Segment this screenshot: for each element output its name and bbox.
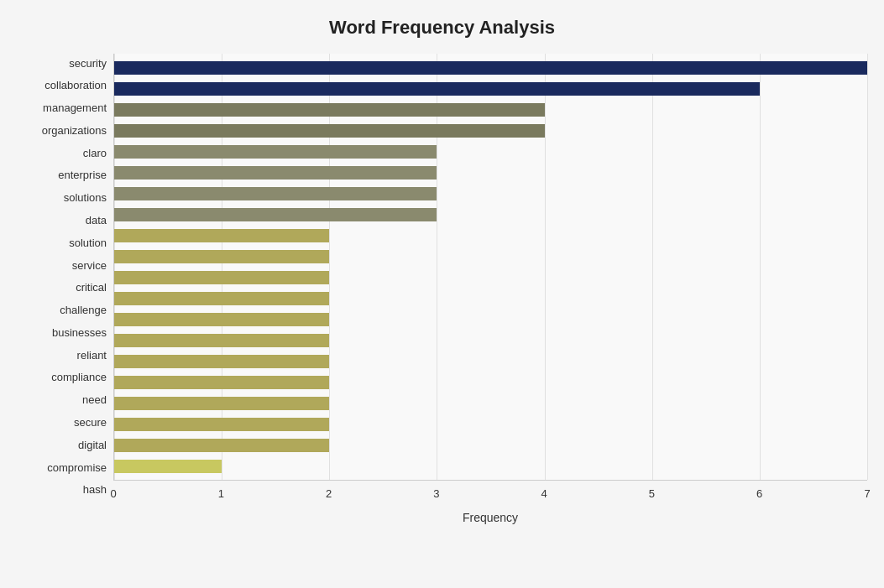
bar: [114, 103, 545, 117]
bar: [114, 376, 329, 389]
bar: [114, 460, 222, 473]
bar: [114, 334, 329, 347]
bar: [114, 82, 760, 96]
x-tick: 0: [110, 487, 116, 500]
y-label: hash: [17, 481, 113, 499]
x-tick: 5: [649, 487, 655, 500]
bar: [114, 313, 329, 326]
bar-row: [114, 99, 867, 120]
chart-container: Word Frequency Analysis securitycollabor…: [0, 0, 884, 588]
y-label: enterprise: [17, 166, 113, 185]
grid-line: [867, 54, 868, 480]
bar-row: [114, 141, 867, 162]
bar-row: [114, 351, 867, 372]
chart-title: Word Frequency Analysis: [17, 17, 867, 39]
y-axis: securitycollaborationmanagementorganizat…: [17, 54, 113, 524]
y-label: compliance: [17, 368, 113, 387]
bar: [114, 61, 867, 75]
y-label: critical: [17, 278, 113, 297]
y-label: organizations: [17, 121, 113, 139]
bar-row: [114, 204, 867, 225]
y-label: data: [17, 211, 113, 229]
bar-row: [114, 393, 867, 414]
bar-row: [114, 57, 867, 78]
bar-row: [114, 414, 867, 434]
y-label: businesses: [17, 323, 113, 341]
chart-area: securitycollaborationmanagementorganizat…: [17, 54, 867, 524]
bar: [114, 439, 329, 452]
bar: [114, 355, 329, 368]
bar-row: [114, 78, 867, 99]
x-axis: 01234567: [113, 484, 867, 509]
bar-row: [114, 246, 867, 267]
y-label: reliant: [17, 346, 113, 364]
bar: [114, 145, 437, 159]
bar-row: [114, 225, 867, 246]
bar: [114, 271, 329, 284]
bar: [114, 397, 329, 410]
bar: [114, 166, 437, 180]
y-label: challenge: [17, 301, 113, 320]
y-label: compromise: [17, 458, 113, 476]
bar-row: [114, 267, 867, 288]
bar-row: [114, 288, 867, 309]
y-label: service: [17, 256, 113, 274]
y-label: security: [17, 54, 113, 72]
y-label: collaboration: [17, 76, 113, 95]
y-label: management: [17, 99, 113, 117]
bar-row: [114, 309, 867, 330]
y-label: secure: [17, 414, 113, 432]
bar-row: [114, 372, 867, 393]
y-label: solution: [17, 233, 113, 252]
plot-area: 01234567 Frequency: [113, 54, 867, 524]
bars-container: [114, 54, 867, 480]
bar: [114, 124, 545, 138]
bar-row: [114, 455, 867, 476]
y-label: need: [17, 391, 113, 409]
bar-row: [114, 120, 867, 141]
bar: [114, 208, 437, 221]
y-label: claro: [17, 143, 113, 162]
x-tick: 3: [433, 487, 439, 500]
y-label: solutions: [17, 189, 113, 207]
x-axis-label: Frequency: [113, 511, 867, 524]
x-tick: 4: [541, 487, 547, 500]
bar-row: [114, 162, 867, 183]
x-tick: 1: [218, 487, 224, 500]
bar: [114, 229, 329, 242]
x-tick: 2: [326, 487, 332, 500]
bar: [114, 418, 329, 431]
x-tick: 7: [864, 487, 870, 500]
y-label: digital: [17, 435, 113, 454]
bar-row: [114, 434, 867, 455]
x-tick: 6: [756, 487, 762, 500]
bar-row: [114, 183, 867, 204]
bar: [114, 250, 329, 263]
bar: [114, 292, 329, 305]
grid-and-bars: [113, 54, 867, 481]
bar-row: [114, 330, 867, 351]
bar: [114, 187, 437, 200]
